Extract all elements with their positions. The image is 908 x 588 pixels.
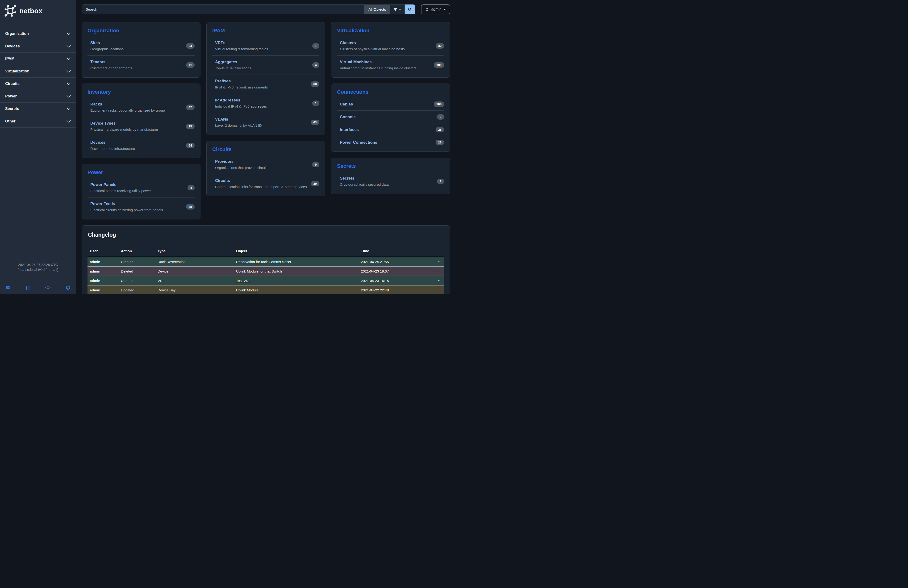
sidebar-menu-label: Circuits [5,82,19,86]
cell-type: Device Bay [155,285,234,294]
card-item-row: Prefixes IPv4 & IPv6 network assignments… [212,74,319,93]
brand-logo-link[interactable]: netbox [0,0,76,21]
changelog-title: Changelog [88,232,444,238]
object-type-link[interactable]: VRFs [215,40,268,45]
sidebar-item-circuits[interactable]: Circuits [0,77,76,90]
card-item-text: VRFs Virtual routing & forwarding tables [215,40,268,51]
count-badge: 1 [437,179,444,184]
cell-type: VRF [155,276,234,285]
row-menu-button[interactable]: ⋯ [438,259,442,264]
table-row: admin Deleted Device Uplink Module for t… [87,266,444,276]
count-badge: 42 [186,105,195,110]
object-link[interactable]: Reservation for rack Comms closet [236,260,291,264]
chevron-down-icon [66,120,71,122]
object-type-link[interactable]: Virtual Machines [340,60,417,64]
object-link[interactable]: Test VRF [236,279,251,283]
object-type-description: Cryptographically secured data [340,182,389,187]
count-badge: 48 [186,204,195,209]
card-circuits: Circuits Providers Organizations that pr… [206,141,325,196]
sidebar-item-organization[interactable]: Organization [0,27,76,40]
dashboard-column-3: Virtualization Clusters Clusters of phys… [331,22,450,194]
card-item-text: Secrets Cryptographically secured data [340,176,389,187]
object-type-link[interactable]: VLANs [215,117,262,122]
object-type-link[interactable]: Secrets [340,176,389,181]
object-type-link[interactable]: Power Feeds [90,201,163,206]
count-badge: 1 [312,43,319,48]
object-type-link[interactable]: Racks [90,102,165,107]
card-item-row: Clusters Clusters of physical virtual ma… [337,37,444,55]
object-type-link[interactable]: Console [340,115,356,119]
object-type-link[interactable]: Power Connections [340,140,377,145]
sidebar-item-ipam[interactable]: IPAM [0,53,76,65]
rest-api-braces-icon[interactable]: { } [25,285,31,291]
object-type-link[interactable]: Sites [90,40,124,45]
cell-object: Uplink Module for that Switch [234,266,359,276]
object-type-link[interactable]: Power Panels [90,182,151,187]
magnifier-icon [408,7,412,11]
card-item-row: Interfaces 26 [337,123,444,136]
count-badge: 108 [434,101,444,107]
card-title: Secrets [337,163,444,169]
object-type-link[interactable]: IP Addresses [215,98,267,103]
sidebar-item-secrets[interactable]: Secrets [0,103,76,115]
row-menu-button[interactable]: ⋯ [438,288,442,292]
cell-time: 2021-04-25 21:55 [359,257,430,266]
card-item-list: VRFs Virtual routing & forwarding tables… [212,37,319,132]
card-item-text: Devices Rack-mounted infrastructure [90,140,135,151]
caret-down-icon [444,9,446,10]
object-type-description: Virtual routing & forwarding tables [215,47,268,51]
sidebar-item-devices[interactable]: Devices [0,40,76,53]
sidebar-item-power[interactable]: Power [0,90,76,103]
card-item-text: Console [340,115,356,119]
count-badge: 0 [437,114,444,120]
sidebar-menu-label: IPAM [5,56,14,61]
docs-book-icon[interactable] [5,285,11,291]
user-menu-button[interactable]: admin [421,5,450,14]
card-item-text: Power Panels Electrical panels receiving… [90,182,151,193]
object-type-link[interactable]: Providers [215,159,268,164]
row-menu-button[interactable]: ⋯ [438,279,442,282]
object-type-description: Rack-mounted infrastructure [90,147,135,151]
count-badge: 4 [312,62,319,68]
object-type-link[interactable]: Prefixes [215,79,268,84]
card-item-list: Racks Equipment racks, optionally organi… [87,98,195,155]
card-virtualization: Virtualization Clusters Clusters of phys… [331,22,450,77]
count-badge: 26 [436,140,444,145]
object-type-link[interactable]: Circuits [215,178,307,183]
object-type-link[interactable]: Clusters [340,40,405,45]
search-scope-button[interactable]: All Objects [364,5,390,14]
sidebar-item-virtualization[interactable]: Virtualization [0,65,76,77]
dashboard-column-1: Organization Sites Geographic locations … [82,22,200,219]
cell-action: Updated [119,285,155,294]
card-item-text: Racks Equipment racks, optionally organi… [90,102,165,112]
card-item-text: Power Feeds Electrical circuits deliveri… [90,201,163,212]
sidebar-nav: Organization Devices IPAM Virtualization [0,27,76,128]
card-title: Virtualization [337,27,444,34]
code-icon[interactable]: <> [45,285,51,291]
search-submit-button[interactable] [405,5,415,14]
object-type-link[interactable]: Cables [340,102,353,107]
object-type-link[interactable]: Device Types [90,121,158,126]
cell-type: Rack Reservation [155,257,234,266]
card-item-text: Interfaces [340,127,359,132]
search-input[interactable] [82,5,364,14]
object-type-link[interactable]: Aggregates [215,60,251,64]
card-item-row: Device Types Physical hardware models by… [87,117,195,136]
object-type-description: IPv4 & IPv6 network assignments [215,85,268,89]
cell-action: Created [119,257,155,266]
object-link[interactable]: Uplink Module [236,288,259,292]
support-lifebuoy-icon[interactable] [65,285,71,291]
cell-object: Reservation for rack Comms closet [234,257,359,266]
dashboard-grid: Organization Sites Geographic locations … [82,22,450,219]
search-filter-button[interactable] [390,5,405,14]
cell-user: admin [87,266,119,276]
object-type-link[interactable]: Interfaces [340,127,359,132]
count-badge: 1 [312,100,319,106]
object-type-link[interactable]: Tenants [90,60,132,64]
object-type-link[interactable]: Devices [90,140,135,145]
sidebar-menu-label: Devices [5,44,20,48]
cell-row-menu: ⋯ [430,266,444,276]
sidebar-item-other[interactable]: Other [0,115,76,128]
row-menu-button[interactable]: ⋯ [438,269,442,273]
chevron-down-icon [66,82,71,85]
